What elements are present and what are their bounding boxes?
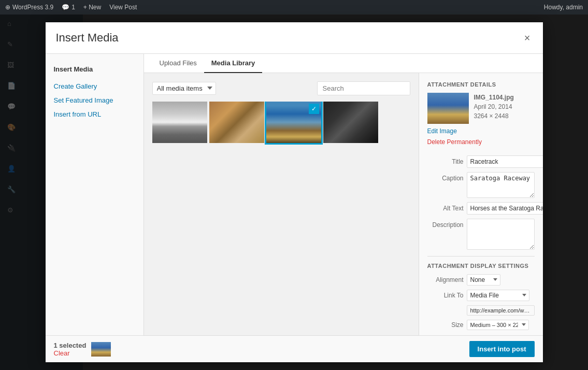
comment-icon: 💬 (62, 4, 69, 11)
admin-bar-view-post[interactable]: View Post (109, 4, 137, 11)
admin-bar-howdy: Howdy, admin (544, 4, 583, 11)
admin-bar-site[interactable]: ⊕ WordPress 3.9 (5, 4, 53, 11)
admin-bar-comments[interactable]: 💬 1 (62, 4, 75, 11)
admin-bar: ⊕ WordPress 3.9 💬 1 + New View Post Howd… (0, 0, 588, 15)
admin-bar-new[interactable]: + New (83, 4, 101, 11)
wordpress-icon: ⊕ (5, 4, 10, 11)
